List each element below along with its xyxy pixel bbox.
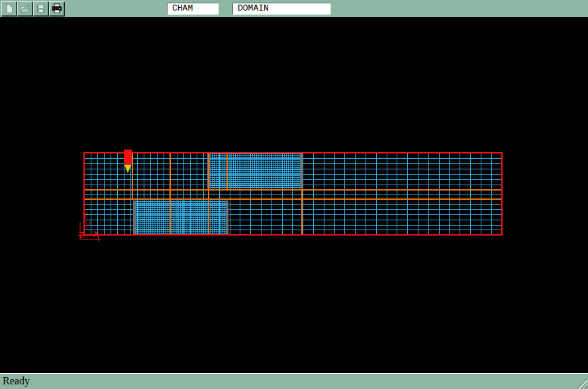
mesh-viewport[interactable]: YZX: [0, 19, 588, 373]
svg-text:Y: Y: [82, 211, 87, 221]
print-icon: [52, 3, 62, 14]
save-floppy-icon: [36, 3, 46, 14]
domain-field[interactable]: DOMAIN: [232, 3, 330, 15]
svg-text:X: X: [93, 229, 99, 239]
print-button[interactable]: [49, 1, 64, 16]
save-button[interactable]: [33, 1, 48, 16]
mesh-canvas[interactable]: YZX: [0, 19, 588, 373]
svg-text:Z: Z: [79, 230, 84, 240]
cham-field[interactable]: CHAM: [167, 3, 219, 15]
toolbar: CHAM DOMAIN: [0, 0, 588, 19]
open-folder-icon: [20, 3, 30, 14]
probe-marker: [124, 150, 132, 165]
new-document-icon: [4, 3, 15, 14]
new-button[interactable]: [1, 1, 17, 16]
resize-grip[interactable]: [577, 378, 587, 388]
open-button[interactable]: [17, 1, 32, 16]
status-text: Ready: [3, 375, 30, 387]
application-window: CHAM DOMAIN YZX Ready: [0, 0, 588, 389]
status-bar: Ready: [0, 373, 588, 389]
